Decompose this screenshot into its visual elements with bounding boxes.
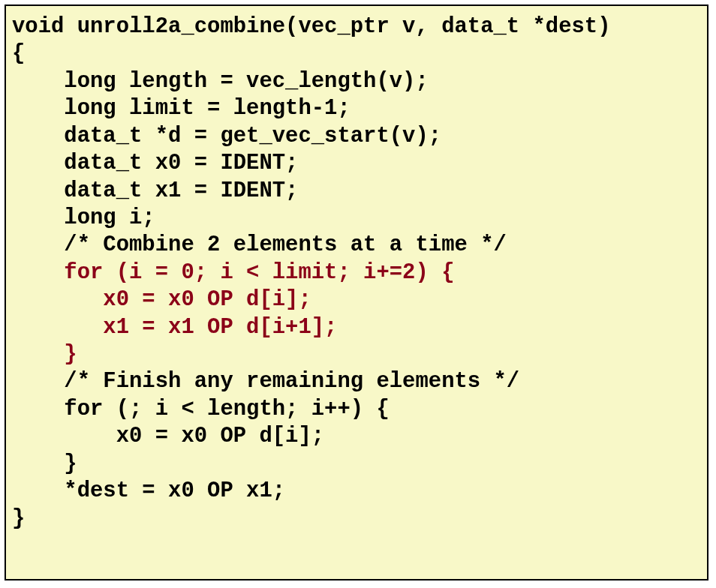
code-line: x0 = x0 OP d[i]; — [12, 424, 324, 448]
code-line: } — [12, 506, 25, 531]
code-block: void unroll2a_combine(vec_ptr v, data_t … — [5, 4, 708, 580]
code-line: data_t *d = get_vec_start(v); — [12, 124, 441, 148]
code-line: void unroll2a_combine(vec_ptr v, data_t … — [12, 14, 611, 39]
code-line: long i; — [12, 206, 155, 230]
code-line-highlight: for (i = 0; i < limit; i+=2) { — [12, 260, 454, 285]
code-line: /* Combine 2 elements at a time */ — [12, 232, 507, 257]
code-line: data_t x0 = IDENT; — [12, 151, 298, 176]
code-line: long limit = length-1; — [12, 96, 350, 121]
code-line: *dest = x0 OP x1; — [12, 478, 285, 503]
code-line: /* Finish any remaining elements */ — [12, 369, 519, 394]
code-line: { — [12, 41, 25, 66]
code-line: for (; i < length; i++) { — [12, 397, 390, 422]
code-line: long length = vec_length(v); — [12, 69, 429, 94]
code-line: } — [12, 452, 77, 476]
code-line-highlight: x1 = x1 OP d[i+1]; — [12, 315, 337, 340]
code-line: data_t x1 = IDENT; — [12, 178, 298, 203]
code-line-highlight: x0 = x0 OP d[i]; — [12, 287, 311, 312]
code-line-highlight: } — [12, 342, 77, 367]
